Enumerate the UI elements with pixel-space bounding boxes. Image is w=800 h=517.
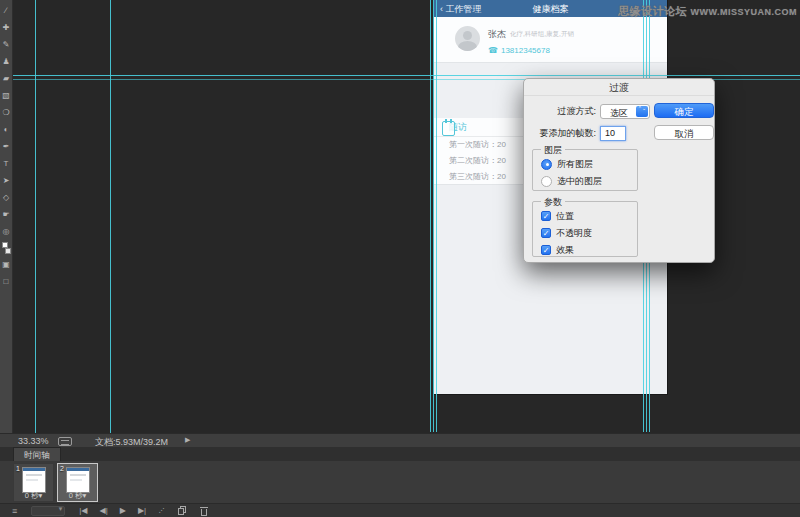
- vertical-guide[interactable]: [430, 0, 431, 432]
- contact-phone-row: ☎13812345678: [488, 46, 550, 55]
- mockup-contact-card: 张杰 化疗,科研组,康复,开销 ☎13812345678: [434, 17, 667, 63]
- delay-dropdown-arrow-icon[interactable]: ▾: [83, 491, 87, 500]
- contact-phone-number: 13812345678: [501, 46, 550, 55]
- frame-delay-value: 0 秒: [25, 491, 39, 500]
- type-tool-icon[interactable]: T: [0, 155, 13, 172]
- checkbox-label: 位置: [556, 210, 574, 223]
- zoom-level[interactable]: 33.33%: [18, 436, 49, 446]
- background-color-swatch[interactable]: [5, 248, 11, 254]
- radio-unselected-icon[interactable]: [541, 176, 552, 187]
- previous-frame-button[interactable]: ◀|: [94, 504, 114, 517]
- photoshop-window: ‹ 工作管理 健康档案 张杰 化疗,科研组,康复,开销 ☎13812345678…: [0, 0, 800, 517]
- tween-dots-icon: ⋯: [154, 503, 169, 517]
- quick-mask-icon[interactable]: ▣: [0, 256, 13, 273]
- foreground-color-swatch[interactable]: [2, 242, 8, 248]
- thumbnail-header-shape: [23, 468, 45, 471]
- thumbnail-line-shape: [26, 474, 42, 476]
- avatar-head-shape: [463, 31, 472, 40]
- phone-icon: ☎: [488, 46, 498, 55]
- frame-delay-selector[interactable]: 0 秒▾: [58, 491, 97, 501]
- delay-dropdown-arrow-icon[interactable]: ▾: [39, 491, 43, 500]
- frame-thumbnail: [66, 467, 90, 493]
- frame-number: 1: [16, 465, 20, 472]
- avatar-body-shape: [458, 41, 477, 51]
- tween-button[interactable]: ⋯: [152, 504, 171, 517]
- thumbnail-line-shape: [26, 479, 38, 481]
- slice-tool-icon[interactable]: ∕: [0, 2, 13, 19]
- tools-panel: ∕ ✚ ✎ ♟ ▰ ▧ ❍ ◐ ✒ T ➤ ◇ ☛ ◎ ▣ □: [0, 0, 13, 433]
- visits-calendar-icon: [442, 121, 455, 136]
- play-button[interactable]: ▶: [114, 504, 132, 517]
- timeline-tab-bar: 时间轴: [0, 447, 800, 461]
- dodge-tool-icon[interactable]: ◐: [0, 121, 13, 138]
- hand-tool-icon[interactable]: ☛: [0, 206, 13, 223]
- tab-timeline[interactable]: 时间轴: [13, 447, 61, 461]
- animation-frames: 1 0 秒▾ 2 0 秒▾: [13, 463, 101, 502]
- frame-1[interactable]: 1 0 秒▾: [13, 463, 54, 502]
- loop-count-dropdown[interactable]: [31, 506, 65, 516]
- checkbox-checked-icon[interactable]: ✓: [541, 211, 551, 221]
- duplicate-frame-button[interactable]: [178, 506, 186, 515]
- eraser-tool-icon[interactable]: ▰: [0, 70, 13, 87]
- ok-button[interactable]: 确定: [654, 103, 714, 118]
- vertical-guide[interactable]: [436, 0, 437, 432]
- frame-number: 2: [60, 465, 64, 472]
- checkbox-label: 不透明度: [556, 227, 592, 240]
- next-frame-button[interactable]: ▶|: [132, 504, 152, 517]
- watermark: 思缘设计论坛 WWW.MISSYUAN.COM: [618, 4, 797, 19]
- frame-delay-selector[interactable]: 0 秒▾: [14, 491, 53, 501]
- brush-tool-icon[interactable]: ✎: [0, 36, 13, 53]
- radio-label: 所有图层: [557, 158, 593, 171]
- radio-label: 选中的图层: [557, 175, 602, 188]
- dropdown-stepper-icon[interactable]: ⌃⌄: [636, 106, 648, 117]
- tween-with-value: 选区: [601, 107, 637, 120]
- status-bar: 33.33% 文档:5.93M/39.2M ▶: [0, 433, 800, 447]
- vertical-guide[interactable]: [110, 0, 111, 433]
- parameters-group: 参数 ✓ 位置 ✓ 不透明度 ✓ 效果: [532, 201, 638, 257]
- timeline-panel: 时间轴 1 0 秒▾ 2 0 秒▾: [0, 447, 800, 517]
- checkbox-label: 效果: [556, 244, 574, 257]
- shape-tool-icon[interactable]: ◇: [0, 189, 13, 206]
- delete-frame-button[interactable]: [200, 506, 208, 516]
- blur-tool-icon[interactable]: ❍: [0, 104, 13, 121]
- checkbox-opacity[interactable]: ✓ 不透明度: [541, 227, 637, 239]
- thumbnail-header-shape: [67, 468, 89, 471]
- checkbox-effects[interactable]: ✓ 效果: [541, 244, 637, 256]
- radio-selected-layers[interactable]: 选中的图层: [541, 175, 637, 187]
- convert-to-video-timeline-icon[interactable]: ≡: [6, 504, 23, 517]
- checkbox-position[interactable]: ✓ 位置: [541, 210, 637, 222]
- radio-all-layers[interactable]: 所有图层: [541, 158, 637, 170]
- horizontal-guide[interactable]: [13, 75, 800, 76]
- radio-selected-icon[interactable]: [541, 159, 552, 170]
- frame-delay-value: 0 秒: [69, 491, 83, 500]
- frames-to-add-input[interactable]: 10: [600, 126, 626, 141]
- parameters-group-legend: 参数: [541, 196, 565, 209]
- duplicate-page-shape: [178, 508, 184, 515]
- zoom-tool-icon[interactable]: ◎: [0, 223, 13, 240]
- avatar: [455, 26, 480, 51]
- path-selection-tool-icon[interactable]: ➤: [0, 172, 13, 189]
- first-frame-button[interactable]: |◀: [73, 504, 93, 517]
- gradient-tool-icon[interactable]: ▧: [0, 87, 13, 104]
- vertical-guide[interactable]: [433, 0, 434, 432]
- layers-group: 图层 所有图层 选中的图层: [532, 149, 638, 191]
- clone-stamp-tool-icon[interactable]: ♟: [0, 53, 13, 70]
- timeline-controls: ≡ |◀ ◀| ▶ ▶| ⋯: [0, 503, 800, 517]
- frames-to-add-label: 要添加的帧数:: [524, 127, 596, 140]
- trash-can-shape: [201, 509, 207, 516]
- spot-healing-brush-tool-icon[interactable]: ✚: [0, 19, 13, 36]
- color-swatches[interactable]: [0, 240, 13, 256]
- tween-with-label: 过渡方式:: [524, 105, 596, 118]
- layers-group-legend: 图层: [541, 144, 565, 157]
- tween-with-dropdown[interactable]: 选区 ⌃⌄: [600, 104, 650, 119]
- frame-thumbnail: [22, 467, 46, 493]
- cancel-button[interactable]: 取消: [654, 125, 714, 140]
- frame-2[interactable]: 2 0 秒▾: [57, 463, 98, 502]
- watermark-cn: 思缘设计论坛: [618, 5, 687, 17]
- screen-mode-icon[interactable]: □: [0, 273, 13, 290]
- status-options-arrow-icon[interactable]: ▶: [185, 436, 190, 444]
- checkbox-checked-icon[interactable]: ✓: [541, 228, 551, 238]
- vertical-guide[interactable]: [35, 0, 36, 433]
- checkbox-checked-icon[interactable]: ✓: [541, 245, 551, 255]
- pen-tool-icon[interactable]: ✒: [0, 138, 13, 155]
